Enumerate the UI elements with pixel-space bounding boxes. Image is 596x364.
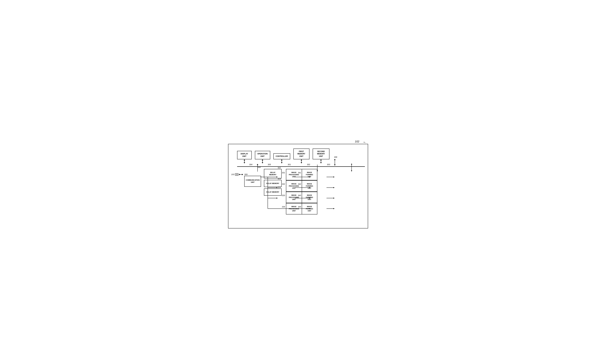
ref-341: 341	[298, 171, 301, 174]
arrow-ip2-if2	[333, 187, 335, 188]
arrow-up-305	[262, 159, 263, 161]
ref-322: 322	[278, 167, 281, 169]
ref-342: 342	[298, 183, 301, 185]
delay-memory-3-group: 324 DELAY MEMORY	[264, 188, 282, 196]
comm-unit-box: COMMUNICATIONUNIT	[244, 176, 261, 187]
left-column: 103	[231, 173, 261, 188]
second-memory-group: SECOND MEMORY UNIT 303	[313, 149, 329, 166]
arrow-up-303	[320, 159, 322, 161]
img-form-3: IMAGEFORMINGUNIT	[302, 192, 317, 203]
ref-334: 334	[282, 206, 285, 208]
bidir-horiz-arrow	[238, 174, 243, 175]
ref-301: 301	[288, 163, 291, 166]
ref-323: 323	[278, 178, 281, 180]
ref-343: 343	[298, 194, 301, 196]
controller-box: CONTROLLER	[273, 153, 290, 159]
arrow-line-303	[321, 161, 321, 162]
ref-306: 306	[334, 156, 337, 158]
display-unit-group: DISPLAY UNIT 304	[237, 151, 252, 166]
img-proc-1-group: 331 IMAGEPROCESSINGUNIT	[286, 169, 302, 180]
ref-309: 309	[244, 173, 247, 176]
delay-memories-column: 322 DELAYMEMORY 323 DELAY MEMORY 324 DEL…	[264, 169, 282, 196]
img-proc-3: IMAGEPROCESSINGUNIT	[286, 192, 302, 203]
img-form-4-group: 344 IMAGEFORMINGUNIT	[302, 203, 317, 215]
arrow-down-302	[301, 162, 302, 163]
arrow-up-302	[301, 159, 302, 161]
arrow-line-302	[301, 161, 302, 162]
delay-memory-1-group: 322 DELAYMEMORY	[264, 169, 282, 178]
img-form-1-group: 341 IMAGEFORMINGUNIT	[302, 169, 317, 180]
right-section: 331 IMAGEPROCESSINGUNIT 332 IMAGEPROCESS…	[286, 169, 317, 215]
img-form-4: IMAGEFORMINGUNIT	[302, 203, 317, 215]
ref-344: 344	[298, 206, 301, 208]
arrow-308-up	[257, 164, 258, 165]
arrow-308-group: 308	[257, 164, 258, 171]
bus-ref-group: 306	[334, 156, 337, 166]
arrow-ip1-if1	[333, 176, 335, 178]
arrow-306-line	[335, 160, 335, 164]
operation-unit-group: OPERATION UNIT 305	[255, 151, 270, 166]
delay-memory-1: DELAYMEMORY	[264, 169, 282, 178]
arrow-306-down	[334, 164, 335, 166]
img-proc-4: IMAGEPROCESSINGUNIT	[286, 203, 302, 215]
operation-unit-box: OPERATION UNIT	[255, 151, 270, 159]
img-form-1: IMAGEFORMINGUNIT	[302, 169, 317, 180]
img-proc-2: IMAGEPROCESSINGUNIT	[286, 180, 302, 192]
ref-302: 302	[307, 163, 310, 166]
main-diagram-box: DISPLAY UNIT 304 OPERATION UNIT 305	[228, 144, 368, 228]
bus-line	[237, 166, 365, 167]
second-memory-box: SECOND MEMORY UNIT	[313, 149, 329, 159]
ref-303: 303	[327, 163, 330, 166]
controller-group: CONTROLLER 301	[273, 153, 290, 166]
ref-332: 332	[282, 183, 285, 185]
arrow-down-305	[262, 162, 263, 163]
ref-308: 308	[258, 166, 261, 168]
external-input: 103	[231, 173, 243, 176]
delay-memory-3: DELAY MEMORY	[264, 188, 282, 196]
img-form-2-group: 342 IMAGEFORMINGUNIT	[302, 180, 317, 192]
ref-333: 333	[282, 194, 285, 196]
delay-memory-2: DELAY MEMORY	[264, 180, 282, 187]
img-proc-1: IMAGEPROCESSINGUNIT	[286, 169, 302, 180]
external-lines	[235, 173, 238, 176]
img-forming-column: 341 IMAGEFORMINGUNIT 342 IMAGEFORMINGUNI…	[302, 169, 317, 215]
arrow-to-dm3	[276, 198, 278, 199]
img-proc-4-group: 334 IMAGEPROCESSINGUNIT	[286, 203, 302, 215]
arrow-line-301	[282, 161, 282, 162]
arrow-line-304	[244, 161, 245, 162]
arrow-306-down-right	[351, 171, 352, 171]
arrow-up-304	[244, 159, 245, 161]
display-unit-box: DISPLAY UNIT	[237, 151, 252, 159]
img-proc-3-group: 333 IMAGEPROCESSINGUNIT	[286, 192, 302, 203]
first-memory-group: FIRST MEMORY UNIT 302	[293, 149, 309, 166]
ref-305: 305	[268, 163, 271, 166]
comm-unit-with-arrows: 309 COMMUNICATIONUNIT	[244, 173, 261, 187]
arrow-down-304	[244, 162, 245, 163]
arrow-down-301	[281, 162, 283, 163]
ref-103: 103	[231, 173, 234, 176]
img-form-2: IMAGEFORMINGUNIT	[302, 180, 317, 192]
arrow-ip3-if3	[333, 198, 335, 199]
ref-324: 324	[278, 186, 281, 188]
diagram-wrapper: 102 DISPLAY UNIT 304 OPERATION UNIT	[228, 136, 368, 228]
img-form-3-group: 343 IMAGEFORMINGUNIT	[302, 192, 317, 203]
img-proc-2-group: 332 IMAGEPROCESSINGUNIT	[286, 180, 302, 192]
first-memory-box: FIRST MEMORY UNIT	[293, 149, 309, 159]
arrow-down-303	[320, 162, 322, 163]
arrow-line-305	[262, 161, 263, 162]
ref-331: 331	[282, 171, 285, 174]
arrow-ip4-if4	[333, 208, 335, 209]
arrow-up-301	[281, 159, 283, 161]
arrow-306-up	[334, 159, 335, 160]
delay-memory-2-group: 323 DELAY MEMORY	[264, 180, 282, 187]
ref-304: 304	[249, 163, 253, 166]
